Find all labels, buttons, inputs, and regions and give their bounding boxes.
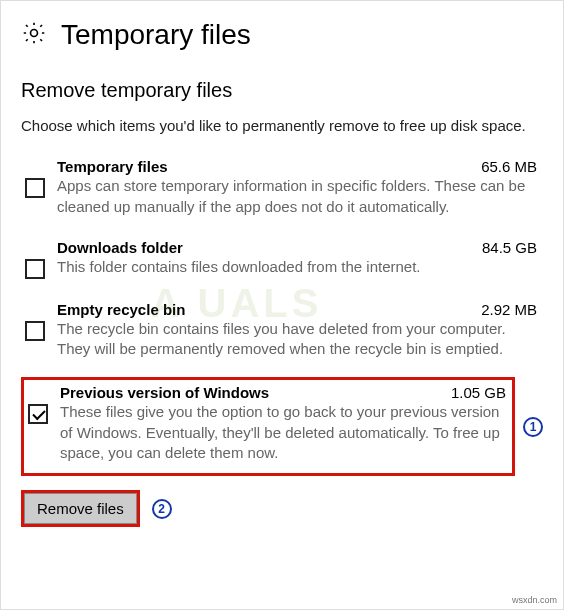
checkbox-previous-windows[interactable] — [28, 404, 48, 424]
section-intro: Choose which items you'd like to permane… — [21, 116, 543, 136]
checkbox-temporary-files[interactable] — [25, 178, 45, 198]
remove-files-button[interactable]: Remove files — [24, 493, 137, 524]
settings-page: Temporary files Remove temporary files C… — [1, 1, 563, 547]
item-title: Previous version of Windows — [60, 384, 269, 401]
gear-icon — [21, 20, 47, 50]
item-size: 65.6 MB — [481, 158, 537, 175]
item-size: 84.5 GB — [482, 239, 537, 256]
item-size: 2.92 MB — [481, 301, 537, 318]
item-description: These files give you the option to go ba… — [60, 402, 506, 463]
list-item: Empty recycle bin 2.92 MB The recycle bi… — [21, 297, 543, 370]
item-title: Downloads folder — [57, 239, 183, 256]
section-subtitle: Remove temporary files — [21, 79, 543, 102]
item-description: The recycle bin contains files you have … — [57, 319, 537, 360]
item-description: This folder contains files downloaded fr… — [57, 257, 537, 277]
item-title: Temporary files — [57, 158, 168, 175]
list-item: Temporary files 65.6 MB Apps can store t… — [21, 154, 543, 227]
page-header: Temporary files — [21, 19, 543, 51]
annotation-highlight-button: Remove files — [21, 490, 140, 527]
source-watermark: wsxdn.com — [512, 595, 557, 605]
checkbox-empty-recycle-bin[interactable] — [25, 321, 45, 341]
page-title: Temporary files — [61, 19, 251, 51]
svg-point-0 — [31, 30, 38, 37]
item-title: Empty recycle bin — [57, 301, 185, 318]
annotation-marker-2: 2 — [152, 499, 172, 519]
annotation-marker-1: 1 — [523, 417, 543, 437]
item-size: 1.05 GB — [451, 384, 506, 401]
list-item: Previous version of Windows 1.05 GB Thes… — [21, 377, 515, 476]
list-item: Downloads folder 84.5 GB This folder con… — [21, 235, 543, 289]
checkbox-downloads-folder[interactable] — [25, 259, 45, 279]
item-description: Apps can store temporary information in … — [57, 176, 537, 217]
